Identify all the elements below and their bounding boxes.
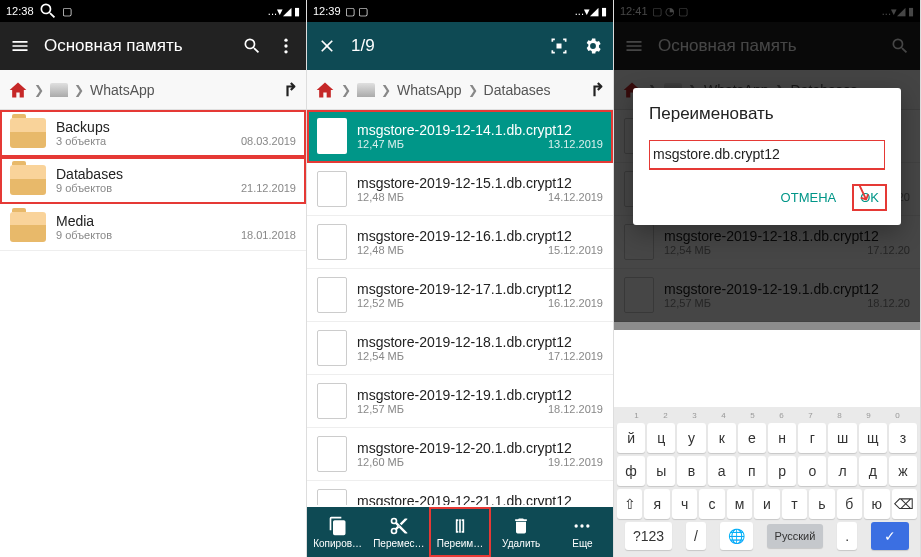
space-key[interactable]: Русский: [767, 524, 824, 548]
period-key[interactable]: .: [837, 522, 857, 550]
soft-keyboard[interactable]: 1234567890йцукенгшщзфывапролдж⇧ячсмитьбю…: [614, 407, 920, 557]
key[interactable]: п: [738, 456, 766, 486]
menu-icon[interactable]: [10, 36, 30, 56]
row-date: 08.03.2019: [241, 135, 296, 147]
key[interactable]: в: [677, 456, 705, 486]
action-bar: Копиров… Перемес… Переим… Удалить Еще: [307, 507, 613, 557]
key[interactable]: й: [617, 423, 645, 453]
key[interactable]: ф: [617, 456, 645, 486]
select-all-icon[interactable]: [549, 36, 569, 56]
home-icon[interactable]: [315, 80, 335, 100]
gear-icon[interactable]: [583, 36, 603, 56]
storage-icon[interactable]: [50, 83, 68, 97]
key[interactable]: д: [859, 456, 887, 486]
close-icon[interactable]: [317, 36, 337, 56]
dialog-title: Переименовать: [649, 104, 885, 124]
breadcrumb-segment[interactable]: WhatsApp: [397, 82, 462, 98]
folder-row[interactable]: Databases 9 объектов21.12.2019: [0, 157, 306, 204]
key[interactable]: я: [644, 489, 669, 519]
up-icon[interactable]: ↱: [590, 79, 605, 101]
copy-label: Копиров…: [313, 538, 362, 549]
svg-point-1: [284, 44, 287, 47]
key[interactable]: о: [798, 456, 826, 486]
row-size: 12,48 МБ: [357, 191, 404, 203]
key[interactable]: ш: [828, 423, 856, 453]
more-button[interactable]: Еще: [552, 507, 613, 557]
screen-3: 12:41 ▢ ◔ ▢ ...▾◢ ▮ Основная память ❯❯ W…: [614, 0, 921, 557]
key[interactable]: л: [828, 456, 856, 486]
rename-button[interactable]: Переим…: [429, 507, 490, 557]
file-row[interactable]: msgstore-2019-12-18.1.db.crypt12 12,54 М…: [307, 322, 613, 375]
storage-icon[interactable]: [357, 83, 375, 97]
key[interactable]: а: [708, 456, 736, 486]
key[interactable]: н: [768, 423, 796, 453]
row-size: 12,47 МБ: [357, 138, 404, 150]
row-date: 17.12.2019: [548, 350, 603, 362]
home-icon[interactable]: [8, 80, 28, 100]
symbols-key[interactable]: ?123: [625, 522, 672, 550]
file-list[interactable]: msgstore-2019-12-14.1.db.crypt12 12,47 М…: [307, 110, 613, 505]
filename-input[interactable]: [649, 140, 885, 170]
key[interactable]: з: [889, 423, 917, 453]
key[interactable]: у: [677, 423, 705, 453]
file-row[interactable]: msgstore-2019-12-17.1.db.crypt12 12,52 М…: [307, 269, 613, 322]
breadcrumb[interactable]: ❯ ❯ WhatsApp ↱: [0, 70, 306, 110]
status-time: 12:39: [313, 5, 341, 17]
row-date: 18.01.2018: [241, 229, 296, 241]
key[interactable]: ж: [889, 456, 917, 486]
key[interactable]: к: [708, 423, 736, 453]
key[interactable]: г: [798, 423, 826, 453]
breadcrumb-segment[interactable]: Databases: [484, 82, 551, 98]
key[interactable]: т: [782, 489, 807, 519]
key[interactable]: ц: [647, 423, 675, 453]
search-icon[interactable]: [242, 36, 262, 56]
key[interactable]: щ: [859, 423, 887, 453]
delete-button[interactable]: Удалить: [491, 507, 552, 557]
key[interactable]: б: [837, 489, 862, 519]
key[interactable]: с: [699, 489, 724, 519]
globe-key[interactable]: 🌐: [720, 522, 753, 550]
rename-icon: [450, 516, 470, 536]
file-row[interactable]: msgstore-2019-12-16.1.db.crypt12 12,48 М…: [307, 216, 613, 269]
move-button[interactable]: Перемес…: [368, 507, 429, 557]
key[interactable]: ю: [864, 489, 889, 519]
enter-key[interactable]: ✓: [871, 522, 909, 550]
key[interactable]: м: [727, 489, 752, 519]
breadcrumb-segment[interactable]: WhatsApp: [90, 82, 155, 98]
file-row[interactable]: msgstore-2019-12-21.1.db.crypt12 12,71 М…: [307, 481, 613, 505]
folder-row[interactable]: Backups 3 объекта08.03.2019: [0, 110, 306, 157]
row-date: 19.12.2019: [548, 456, 603, 468]
row-name: msgstore-2019-12-17.1.db.crypt12: [357, 281, 603, 297]
chevron-right-icon: ❯: [74, 83, 84, 97]
key[interactable]: р: [768, 456, 796, 486]
copy-button[interactable]: Копиров…: [307, 507, 368, 557]
cancel-button[interactable]: ОТМЕНА: [781, 190, 837, 205]
key[interactable]: ы: [647, 456, 675, 486]
row-date: 15.12.2019: [548, 244, 603, 256]
file-row[interactable]: msgstore-2019-12-14.1.db.crypt12 12,47 М…: [307, 110, 613, 163]
shift-key[interactable]: ⇧: [617, 489, 642, 519]
file-row[interactable]: msgstore-2019-12-19.1.db.crypt12 12,57 М…: [307, 375, 613, 428]
key[interactable]: и: [754, 489, 779, 519]
more-label: Еще: [572, 538, 592, 549]
key[interactable]: ь: [809, 489, 834, 519]
slash-key[interactable]: /: [686, 522, 706, 550]
breadcrumb[interactable]: ❯ ❯ WhatsApp ❯ Databases ↱: [307, 70, 613, 110]
row-sub: 9 объектов: [56, 182, 112, 194]
key[interactable]: ч: [672, 489, 697, 519]
overflow-menu-icon[interactable]: [276, 36, 296, 56]
selection-toolbar: 1/9: [307, 22, 613, 70]
screen-1: 12:38 ▢ ...▾◢ ▮ Основная память ❯ ❯ What…: [0, 0, 307, 557]
file-row[interactable]: msgstore-2019-12-15.1.db.crypt12 12,48 М…: [307, 163, 613, 216]
folder-row[interactable]: Media 9 объектов18.01.2018: [0, 204, 306, 251]
backspace-key[interactable]: ⌫: [892, 489, 917, 519]
chevron-right-icon: ❯: [381, 83, 391, 97]
battery-icon: ▮: [294, 5, 300, 18]
folder-list[interactable]: Backups 3 объекта08.03.2019 Databases 9 …: [0, 110, 306, 251]
up-icon[interactable]: ↱: [283, 79, 298, 101]
row-sub: 9 объектов: [56, 229, 112, 241]
trash-icon: [511, 516, 531, 536]
file-row[interactable]: msgstore-2019-12-20.1.db.crypt12 12,60 М…: [307, 428, 613, 481]
row-name: Backups: [56, 119, 296, 135]
key[interactable]: е: [738, 423, 766, 453]
